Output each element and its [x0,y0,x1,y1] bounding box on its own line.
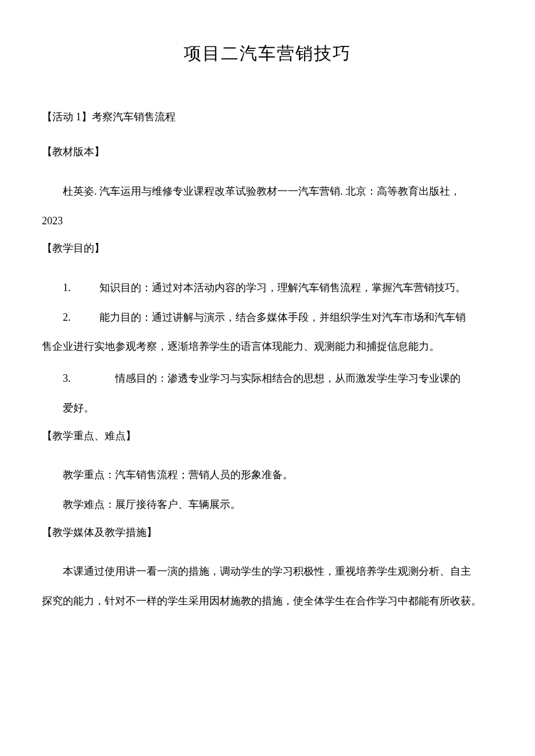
goal2-number: 2. [63,304,99,331]
media-continuation: 探究的能力，针对不一样的学生采用因材施教的措施，使全体学生在合作学习中都能有所收… [42,587,493,615]
goal3-continuation: 爱好。 [42,395,493,422]
goal-item-2: 2.能力目的：通过讲解与演示，结合多媒体手段，并组织学生对汽车市场和汽车销 [42,304,493,331]
goals-heading: 【教学目的】 [42,239,493,257]
focus-heading: 【教学重点、难点】 [42,427,493,445]
focus-text-1: 教学重点：汽车销售流程；营销人员的形象准备。 [42,461,493,489]
textbook-heading: 【教材版本】 [42,142,493,161]
goal-item-1: 1.知识目的：通过对本活动内容的学习，理解汽车销售流程，掌握汽车营销技巧。 [42,274,493,302]
media-body: 本课通过使用讲一看一演的措施，调动学生的学习积极性，重视培养学生观测分析、自主 [42,558,493,585]
focus-text-2: 教学难点：展厅接待客户、车辆展示。 [42,491,493,518]
media-heading: 【教学媒体及教学措施】 [42,523,493,542]
goal2-continuation: 售企业进行实地参观考察，逐渐培养学生的语言体现能力、观测能力和捕捉信息能力。 [42,333,493,360]
goal-item-3: 3.情感目的：渗透专业学习与实际相结合的思想，从而激发学生学习专业课的 [42,365,493,392]
goal1-text: 知识目的：通过对本活动内容的学习，理解汽车销售流程，掌握汽车营销技巧。 [99,282,466,293]
goal3-text: 情感目的：渗透专业学习与实际相结合的思想，从而激发学生学习专业课的 [115,372,461,384]
goal3-number: 3. [63,365,115,392]
activity-heading: 【活动 1】考察汽车销售流程 [42,108,493,126]
goal1-number: 1. [63,274,99,302]
textbook-body: 杜英姿. 汽车运用与维修专业课程改革试验教材一一汽车营销. 北京：高等教育出版社… [42,178,493,205]
document-title: 项目二汽车营销技巧 [42,42,493,66]
textbook-year: 2023 [42,207,493,235]
goal2-text: 能力目的：通过讲解与演示，结合多媒体手段，并组织学生对汽车市场和汽车销 [99,311,466,323]
